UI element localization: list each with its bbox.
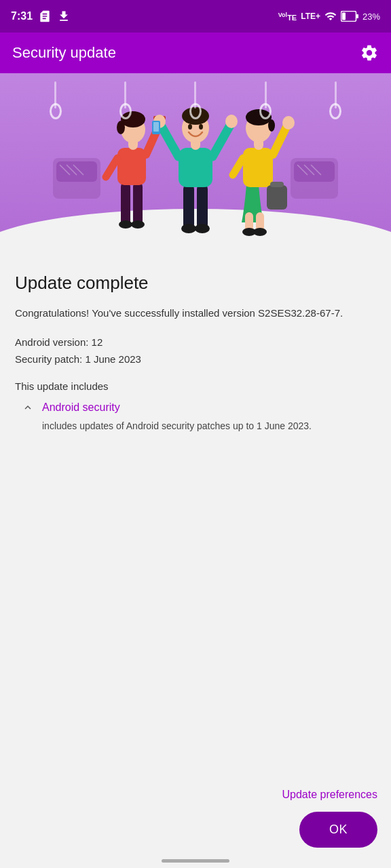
svg-point-53 bbox=[253, 228, 267, 236]
svg-point-38 bbox=[181, 224, 196, 233]
svg-rect-51 bbox=[270, 182, 284, 187]
settings-icon[interactable] bbox=[360, 43, 379, 62]
svg-point-39 bbox=[195, 224, 210, 233]
handrail-grips bbox=[0, 103, 391, 119]
status-bar: 7:31 VolTE LTE+ 23% bbox=[0, 0, 391, 33]
svg-line-34 bbox=[160, 124, 179, 157]
android-version: Android version: 12 bbox=[15, 334, 376, 351]
svg-rect-4 bbox=[56, 161, 97, 182]
svg-point-24 bbox=[119, 220, 132, 229]
svg-line-49 bbox=[233, 158, 243, 175]
svg-rect-14 bbox=[133, 182, 143, 226]
svg-line-35 bbox=[212, 124, 231, 157]
svg-line-23 bbox=[106, 158, 117, 177]
svg-rect-55 bbox=[153, 122, 159, 132]
status-time: 7:31 bbox=[11, 10, 33, 22]
accordion-title: Android security bbox=[42, 401, 120, 414]
sim-icon bbox=[38, 9, 52, 23]
lte-indicator: LTE+ bbox=[301, 12, 320, 21]
main-content: Update complete Congratulations! You've … bbox=[0, 256, 391, 433]
svg-rect-27 bbox=[197, 184, 208, 230]
svg-rect-28 bbox=[179, 148, 212, 187]
hero-area bbox=[0, 73, 391, 256]
svg-rect-1 bbox=[356, 14, 358, 18]
app-bar-title: Security update bbox=[12, 44, 116, 62]
accordion-body: includes updates of Android security pat… bbox=[42, 419, 376, 434]
app-bar: Security update bbox=[0, 33, 391, 73]
status-left: 7:31 bbox=[11, 9, 71, 23]
svg-rect-6 bbox=[294, 161, 335, 182]
volte-indicator: VolTE bbox=[278, 12, 297, 22]
svg-rect-26 bbox=[183, 184, 194, 230]
svg-rect-13 bbox=[121, 182, 130, 226]
signal-icon bbox=[324, 10, 337, 22]
svg-point-33 bbox=[199, 124, 203, 130]
accordion-header[interactable]: Android security bbox=[20, 400, 376, 415]
update-description: Congratulations! You've successfully ins… bbox=[15, 306, 376, 321]
svg-rect-50 bbox=[267, 185, 287, 210]
download-icon bbox=[57, 9, 71, 23]
chevron-up-icon bbox=[20, 400, 35, 415]
svg-point-19 bbox=[117, 121, 125, 134]
android-security-accordion: Android security includes updates of And… bbox=[15, 400, 376, 434]
svg-rect-2 bbox=[342, 13, 346, 20]
version-info: Android version: 12 Security patch: 1 Ju… bbox=[15, 334, 376, 368]
battery-icon bbox=[341, 11, 358, 22]
svg-rect-15 bbox=[117, 148, 146, 185]
svg-rect-42 bbox=[243, 148, 273, 187]
battery-percent: 23% bbox=[362, 12, 380, 22]
update-includes-label: This update includes bbox=[15, 380, 376, 392]
svg-point-25 bbox=[131, 220, 145, 229]
security-patch: Security patch: 1 June 2023 bbox=[15, 351, 376, 368]
status-right: VolTE LTE+ 23% bbox=[278, 10, 380, 22]
svg-point-32 bbox=[188, 124, 192, 130]
svg-point-46 bbox=[268, 119, 275, 132]
svg-line-47 bbox=[273, 125, 287, 155]
update-preferences-button[interactable]: Update preferences bbox=[282, 786, 377, 804]
ok-button[interactable]: OK bbox=[299, 812, 377, 848]
bottom-handle bbox=[162, 859, 229, 863]
update-title: Update complete bbox=[15, 273, 376, 294]
bottom-actions: Update preferences OK bbox=[0, 786, 391, 848]
